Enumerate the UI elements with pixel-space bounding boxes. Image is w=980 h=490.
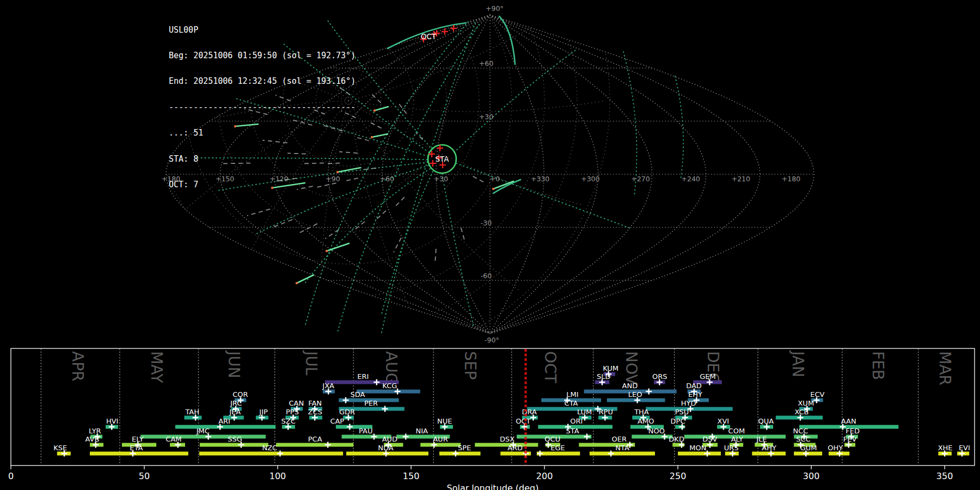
shower-activity-bar bbox=[678, 452, 721, 456]
shower-code-label: ORI bbox=[570, 417, 583, 425]
shower-code-label: ARD bbox=[507, 444, 523, 452]
shower-code-label: DAD bbox=[686, 382, 702, 390]
meteor-trail bbox=[298, 224, 317, 234]
shower-entry: TAH bbox=[185, 408, 202, 421]
shower-code-label: XUM bbox=[798, 399, 814, 407]
meteor-segment bbox=[372, 134, 388, 137]
shower-activity-bar bbox=[475, 443, 538, 447]
meteor-trail bbox=[416, 133, 423, 140]
longitude-label: +270 bbox=[631, 175, 650, 183]
meteor-segment bbox=[297, 275, 314, 283]
shower-code-label: ALY bbox=[731, 435, 743, 443]
shower-code-label: CTA bbox=[565, 399, 578, 407]
pole-top-label: +90° bbox=[486, 4, 504, 13]
shower-code-label: DSX bbox=[500, 435, 514, 443]
shower-code-label: OCU bbox=[544, 435, 560, 443]
shower-entry: JMC bbox=[140, 427, 266, 440]
shower-activity-bar bbox=[90, 452, 188, 456]
count-oct: OCT: 7 bbox=[169, 181, 356, 189]
month-label: MAY bbox=[148, 351, 166, 383]
shower-code-label: JEA bbox=[229, 408, 241, 416]
month-label: SEP bbox=[461, 351, 479, 379]
shower-code-label: ECV bbox=[810, 390, 824, 399]
station-code: USL00P bbox=[169, 26, 356, 35]
shower-code-label: LMI bbox=[566, 390, 578, 399]
shower-code-label: JIP bbox=[259, 408, 268, 416]
shower-code-label: HVI bbox=[106, 417, 119, 425]
shower-code-label: SDA bbox=[351, 390, 365, 399]
oblique-grid-radial bbox=[348, 101, 582, 205]
shower-code-label: EGE bbox=[550, 444, 565, 452]
shower-code-label: NDA bbox=[378, 444, 394, 452]
meteor-segment bbox=[327, 243, 349, 251]
shower-code-label: PER bbox=[364, 399, 378, 407]
shower-code-label: NUE bbox=[437, 417, 452, 425]
oblique-grid-radial bbox=[348, 101, 519, 291]
shower-entry: EGE bbox=[537, 444, 580, 457]
shower-activity-bar bbox=[439, 452, 481, 456]
axis-tick-label: 0 bbox=[8, 471, 14, 481]
shower-entry: URS bbox=[724, 444, 739, 457]
shower-entry: JXA bbox=[322, 382, 335, 395]
shower-code-label: GUM bbox=[800, 444, 817, 452]
shower-entry: NUE bbox=[437, 417, 453, 430]
longitude-label: +300 bbox=[581, 175, 599, 183]
axis-tick-label: 100 bbox=[270, 471, 286, 481]
meteor-begin-dot bbox=[326, 250, 328, 253]
shower-code-label: URS bbox=[724, 444, 739, 452]
shower-code-label: ORS bbox=[652, 372, 667, 381]
shower-code-label: QUA bbox=[758, 417, 774, 425]
shower-code-label: LEO bbox=[628, 390, 642, 399]
meteor-trail bbox=[376, 211, 386, 219]
shower-entry: KSE bbox=[53, 444, 71, 457]
shower-code-label: AND bbox=[622, 382, 638, 390]
shower-code-label: TAH bbox=[185, 408, 199, 416]
shower-code-label: SSG bbox=[228, 435, 242, 443]
shower-activity-bar bbox=[200, 443, 268, 447]
shower-entry: JIP bbox=[256, 408, 268, 421]
shower-entry: NDA bbox=[346, 444, 428, 457]
longitude-label: +180 bbox=[782, 175, 800, 183]
count-sta: STA: 8 bbox=[169, 155, 356, 164]
longitude-label: +30 bbox=[434, 175, 448, 183]
shower-code-label: CAN bbox=[289, 399, 304, 407]
shower-code-label: ARI bbox=[218, 417, 230, 425]
shower-entry: DKD bbox=[669, 435, 684, 448]
month-label: NOV bbox=[622, 351, 640, 385]
shower-code-label: ELY bbox=[132, 435, 144, 443]
shower-code-label: FED bbox=[846, 427, 860, 435]
sky-map-and-activity-chart: STAOCT+90°-90°+180+150+120+90+60+30+0+33… bbox=[0, 0, 980, 490]
shower-entry: QUA bbox=[758, 417, 774, 430]
oblique-grid-radial bbox=[348, 101, 427, 344]
shower-code-label: EVI bbox=[959, 444, 970, 452]
meteor-trail bbox=[394, 238, 401, 253]
shower-code-label: PPS bbox=[286, 408, 299, 416]
meteor-segment bbox=[375, 107, 388, 111]
shower-code-label: CAP bbox=[330, 417, 344, 425]
axis-tick-label: 150 bbox=[403, 471, 420, 481]
shower-code-label: DPC bbox=[671, 417, 685, 425]
shower-code-label: MON bbox=[689, 444, 706, 452]
shower-code-label: GEM bbox=[700, 372, 716, 381]
meteor-begin-dot bbox=[492, 188, 495, 191]
meteor-begin-dot bbox=[373, 109, 376, 112]
shower-code-label: NTA bbox=[615, 444, 629, 452]
meteor-trail bbox=[354, 222, 365, 230]
oblique-grid-radial bbox=[348, 101, 604, 112]
shower-activity-bar bbox=[276, 443, 353, 447]
axis-tick-label: 250 bbox=[670, 471, 687, 481]
meteor-trail bbox=[274, 219, 292, 226]
latitude-label: -60 bbox=[481, 272, 492, 280]
shower-code-label: PSU bbox=[675, 408, 689, 416]
shower-entry: RPU bbox=[598, 408, 613, 421]
shower-code-label: LYR bbox=[89, 427, 101, 435]
shower-track-line bbox=[442, 174, 474, 327]
x-axis-title: Solar longitude (deg) bbox=[447, 483, 539, 490]
shower-code-label: COR bbox=[232, 390, 248, 399]
longitude-label: +240 bbox=[681, 175, 700, 183]
shower-code-label: AVB bbox=[85, 435, 100, 443]
shower-code-label: OHY bbox=[828, 444, 843, 452]
meteor-begin-dot bbox=[296, 282, 298, 285]
begin-time-line: Beg: 20251006 01:59:50 (sol = 192.73°) bbox=[169, 52, 356, 60]
shower-track-line bbox=[675, 76, 683, 180]
